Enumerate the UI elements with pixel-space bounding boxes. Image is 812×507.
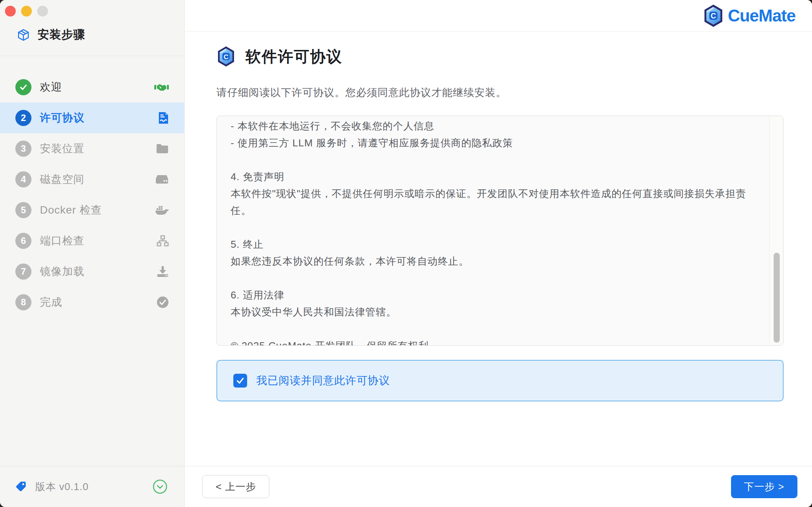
sidebar-header: 安装步骤 xyxy=(0,0,184,56)
scrollbar-thumb[interactable] xyxy=(774,253,780,343)
window-controls xyxy=(5,6,48,17)
step-number-badge: 3 xyxy=(15,141,31,157)
step-label: 安装位置 xyxy=(40,141,156,156)
cuemate-hexagon-icon: C xyxy=(216,46,236,67)
step-label: Docker 检查 xyxy=(40,203,155,217)
sidebar-item-welcome[interactable]: 欢迎 xyxy=(0,72,184,103)
next-step-button[interactable]: 下一步 > xyxy=(731,475,797,498)
step-number-badge: 2 xyxy=(15,110,31,126)
license-doc-icon xyxy=(158,111,169,124)
steps-list: 欢迎 2 许可协议 xyxy=(0,56,184,318)
step-label: 镜像加载 xyxy=(40,264,157,279)
license-text: - 本软件在本地运行，不会收集您的个人信息 - 使用第三方 LLM 服务时，请遵… xyxy=(217,116,769,345)
agree-label: 我已阅读并同意此许可协议 xyxy=(256,373,390,388)
page-title-row: C 软件许可协议 xyxy=(216,46,784,67)
sidebar-item-docker[interactable]: 5 Docker 检查 xyxy=(0,195,184,225)
version-label: 版本 v0.1.0 xyxy=(35,480,89,494)
footer-bar: < 上一步 下一步 > xyxy=(185,466,812,507)
main-panel: C CueMate xyxy=(185,0,812,507)
svg-text:C: C xyxy=(711,12,716,20)
sidebar-item-finish[interactable]: 8 完成 xyxy=(0,287,184,318)
step-label: 完成 xyxy=(40,295,157,310)
page-subtitle: 请仔细阅读以下许可协议。您必须同意此协议才能继续安装。 xyxy=(216,86,784,99)
step-label: 磁盘空间 xyxy=(40,172,155,187)
brand-logo: C CueMate xyxy=(703,4,795,27)
main-header: C CueMate xyxy=(185,0,812,31)
sidebar: 安装步骤 欢迎 2 许可协议 xyxy=(0,0,185,507)
hard-drive-icon xyxy=(155,174,169,184)
scrollbar-track[interactable] xyxy=(769,116,783,345)
sidebar-item-location[interactable]: 3 安装位置 xyxy=(0,133,184,164)
page-title: 软件许可协议 xyxy=(246,46,342,67)
license-scroll-area[interactable]: - 本软件在本地运行，不会收集您的个人信息 - 使用第三方 LLM 服务时，请遵… xyxy=(216,116,784,346)
step-number-badge: 5 xyxy=(15,202,31,218)
step-done-badge xyxy=(15,79,31,95)
sidebar-item-images[interactable]: 7 镜像加载 xyxy=(0,256,184,287)
cuemate-hexagon-icon: C xyxy=(703,4,724,27)
step-label: 许可协议 xyxy=(40,111,158,125)
svg-text:C: C xyxy=(224,53,229,61)
folder-icon xyxy=(156,143,169,154)
sidebar-title-row: 安装步骤 xyxy=(17,27,85,43)
license-page: C 软件许可协议 请仔细阅读以下许可协议。您必须同意此协议才能继续安装。 - 本… xyxy=(185,46,812,401)
close-button[interactable] xyxy=(5,6,16,17)
check-circle-icon xyxy=(157,296,169,308)
step-number-badge: 6 xyxy=(15,233,31,249)
tag-icon xyxy=(15,481,27,492)
network-ports-icon xyxy=(157,235,169,247)
fullscreen-button[interactable] xyxy=(37,6,48,17)
handshake-icon xyxy=(154,83,169,92)
step-number-badge: 8 xyxy=(15,294,31,310)
sidebar-title: 安装步骤 xyxy=(38,27,85,43)
sidebar-footer: 版本 v0.1.0 xyxy=(0,466,184,507)
download-icon xyxy=(157,266,169,277)
agree-panel[interactable]: 我已阅读并同意此许可协议 xyxy=(216,360,784,401)
step-number-badge: 4 xyxy=(15,171,31,187)
brand-wordmark: CueMate xyxy=(728,6,795,25)
prev-step-button[interactable]: < 上一步 xyxy=(202,475,269,498)
chevron-down-icon[interactable] xyxy=(153,479,167,494)
sidebar-item-disk[interactable]: 4 磁盘空间 xyxy=(0,164,184,195)
step-number-badge: 7 xyxy=(15,263,31,280)
step-label: 端口检查 xyxy=(40,234,157,248)
step-label: 欢迎 xyxy=(40,80,154,94)
docker-whale-icon xyxy=(155,205,169,215)
minimize-button[interactable] xyxy=(21,6,32,17)
package-icon xyxy=(17,28,30,41)
sidebar-item-license[interactable]: 2 许可协议 xyxy=(0,103,184,133)
agree-checkbox[interactable] xyxy=(233,374,247,388)
installer-window: 安装步骤 欢迎 2 许可协议 xyxy=(0,0,812,507)
sidebar-item-ports[interactable]: 6 端口检查 xyxy=(0,225,184,256)
